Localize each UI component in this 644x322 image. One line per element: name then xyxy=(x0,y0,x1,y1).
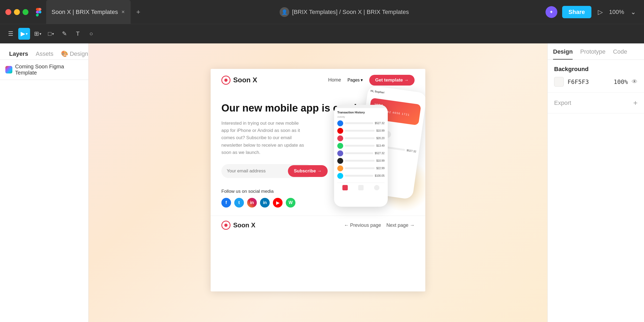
transaction-row-g: $22.99 xyxy=(337,165,385,171)
phone-status-bar xyxy=(334,105,388,108)
footer-nav: ← Previous page Next page → xyxy=(344,223,415,228)
nav-pages-chevron: ▾ xyxy=(361,77,363,83)
instagram-icon[interactable]: in xyxy=(247,198,257,208)
close-button[interactable] xyxy=(5,9,11,15)
logo-icon xyxy=(221,76,230,85)
export-add-icon[interactable]: + xyxy=(633,99,638,107)
phone-content: Transaction History Activity $527.32 $10… xyxy=(334,108,388,193)
previous-page-button[interactable]: ← Previous page xyxy=(344,223,381,228)
figma-icon xyxy=(34,7,43,17)
frame-tool[interactable]: ⊞▾ xyxy=(32,28,43,40)
layer-label: Coming Soon Figma Template xyxy=(15,64,83,76)
transaction-row-d: $13.49 xyxy=(337,143,385,149)
zoom-label: 100% xyxy=(609,9,624,16)
footer-logo: Soon X xyxy=(221,221,255,230)
comment-tool[interactable]: ○ xyxy=(85,28,97,40)
footer-logo-dot xyxy=(224,224,228,227)
nav-pages-label: Pages xyxy=(347,78,360,83)
share-button[interactable]: Share xyxy=(562,6,591,18)
facebook-icon[interactable]: f xyxy=(221,198,231,208)
export-label: Export xyxy=(554,99,571,106)
frame-footer: Soon X ← Previous page Next page → xyxy=(211,216,425,235)
text-tool[interactable]: T xyxy=(72,28,84,40)
background-section: Background F6F5F3 100% 👁 xyxy=(548,60,644,93)
nav-home[interactable]: Home xyxy=(328,77,341,83)
breadcrumb: [BRIX Templates] / Soon X | BRIX Templat… xyxy=(292,9,409,16)
frame-subtext: Interested in trying out our new mobile … xyxy=(221,120,307,156)
whatsapp-icon[interactable]: W xyxy=(286,198,295,208)
active-tab[interactable]: Soon X | BRIX Templates ✕ xyxy=(46,0,131,24)
frame-body: Our new mobile app is coming soon... Int… xyxy=(211,91,425,213)
transaction-row-c: $20.20 xyxy=(337,135,385,141)
titlebar-right: ✦ Share ▷ 100% ⌄ xyxy=(546,6,644,18)
sidebar-divider xyxy=(0,80,88,80)
shape-tool[interactable]: □▾ xyxy=(45,28,57,40)
tab-close-icon[interactable]: ✕ xyxy=(120,10,125,14)
canvas: Soon X Home Pages ▾ Get template → Our n… xyxy=(89,43,547,322)
sidebar-left: Layers Assets 🎨 Design ▾ Coming Soon Fig… xyxy=(0,43,89,322)
phone-mockups: Hi, Sophie! VISA $131 7842 4656 1721 Hom… xyxy=(334,89,425,207)
background-opacity-value[interactable]: 100% xyxy=(614,79,628,85)
pen-tool[interactable]: ✎ xyxy=(58,28,70,40)
background-color-row: F6F5F3 100% 👁 xyxy=(554,77,638,87)
transaction-row-h: $100.05 xyxy=(337,173,385,179)
prototype-tab[interactable]: Prototype xyxy=(580,48,605,60)
code-tab[interactable]: Code xyxy=(613,48,627,60)
visibility-toggle-icon[interactable]: 👁 xyxy=(632,78,638,85)
linkedin-icon[interactable]: in xyxy=(260,198,270,208)
layer-item[interactable]: Coming Soon Figma Template xyxy=(0,60,88,80)
titlebar: Soon X | BRIX Templates ✕ + 👤 [BRIX Temp… xyxy=(0,0,644,24)
traffic-lights xyxy=(0,9,34,15)
email-input[interactable] xyxy=(222,166,288,176)
layers-tab[interactable]: Layers xyxy=(5,48,32,60)
transaction-row-e: $527.32 xyxy=(337,150,385,156)
minimize-button[interactable] xyxy=(14,9,20,15)
frame-nav: Home Pages ▾ Get template → xyxy=(328,75,415,86)
play-icon[interactable]: ▷ xyxy=(596,7,604,17)
titlebar-center: 👤 [BRIX Templates] / Soon X | BRIX Templ… xyxy=(143,7,545,17)
twitter-icon[interactable]: t xyxy=(234,198,244,208)
export-section: Export + xyxy=(548,93,644,113)
menu-button[interactable]: ☰ xyxy=(5,28,17,40)
transaction-row-b: $10.99 xyxy=(337,128,385,134)
background-hex-value[interactable]: F6F5F3 xyxy=(568,79,610,85)
sidebar-tabs: Layers Assets 🎨 Design ▾ xyxy=(0,43,88,60)
collaborator-avatar: ✦ xyxy=(546,6,557,18)
toolbar: ☰ ▶▾ ⊞▾ □▾ ✎ T ○ xyxy=(0,24,644,43)
phone-section-title: Transaction History xyxy=(337,111,385,114)
frame-header: Soon X Home Pages ▾ Get template → xyxy=(211,69,425,91)
select-tool[interactable]: ▶▾ xyxy=(18,28,30,40)
figma-frame: Soon X Home Pages ▾ Get template → Our n… xyxy=(211,69,425,291)
next-page-button[interactable]: Next page → xyxy=(386,223,415,228)
user-avatar-icon: 👤 xyxy=(280,7,289,17)
right-panel-tabs: Design Prototype Code xyxy=(548,43,644,60)
assets-tab[interactable]: Assets xyxy=(32,48,57,60)
export-row: Export + xyxy=(554,99,638,107)
transaction-row-a: $527.32 xyxy=(337,120,385,126)
subscribe-button[interactable]: Subscribe → xyxy=(288,165,328,177)
figma-layer-icon xyxy=(5,66,12,73)
zoom-chevron-icon[interactable]: ⌄ xyxy=(629,7,638,17)
design-tab[interactable]: Design xyxy=(553,48,573,60)
get-template-button[interactable]: Get template → xyxy=(369,75,415,86)
tab-area: Soon X | BRIX Templates ✕ + xyxy=(46,0,143,24)
new-tab-button[interactable]: + xyxy=(133,7,143,17)
sidebar-right: Design Prototype Code Background F6F5F3 … xyxy=(547,43,644,322)
transaction-row-f: $10.99 xyxy=(337,158,385,164)
tab-title: Soon X | BRIX Templates xyxy=(52,9,118,16)
frame-logo: Soon X xyxy=(221,76,257,85)
nav-pages[interactable]: Pages ▾ xyxy=(347,77,363,83)
maximize-button[interactable] xyxy=(23,9,28,15)
logo-dot xyxy=(224,79,228,82)
phone-front-mockup: Transaction History Activity $527.32 $10… xyxy=(334,105,388,207)
background-color-swatch[interactable] xyxy=(554,77,564,87)
footer-logo-icon xyxy=(221,221,230,230)
email-form: Subscribe → xyxy=(221,164,313,178)
youtube-icon[interactable]: ▶ xyxy=(273,198,283,208)
background-label: Background xyxy=(554,66,638,73)
